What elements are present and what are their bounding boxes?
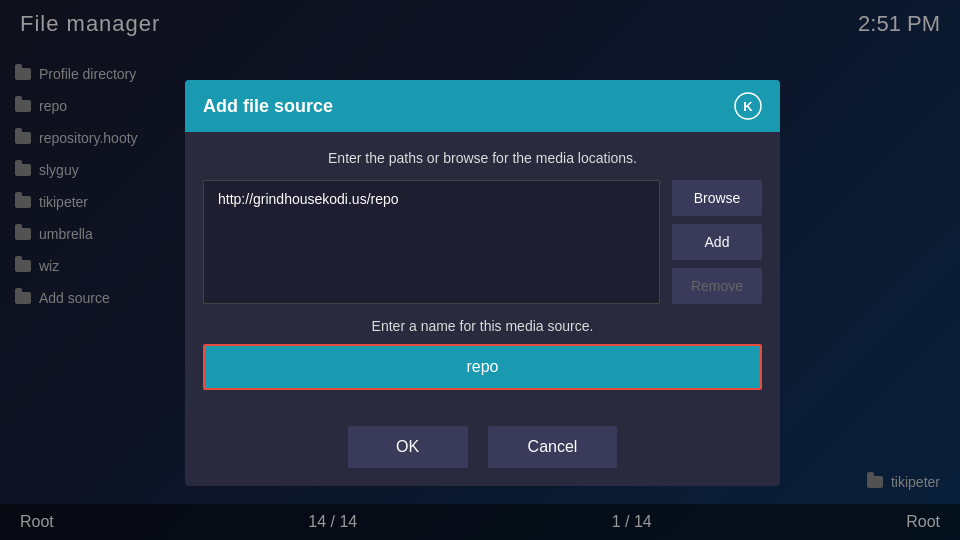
source-url: http://grindhousekodi.us/repo	[218, 191, 399, 207]
name-label: Enter a name for this media source.	[203, 318, 762, 334]
add-file-source-dialog: Add file source K Enter the paths or bro…	[185, 80, 780, 486]
dialog-footer: OK Cancel	[185, 426, 780, 486]
svg-text:K: K	[743, 99, 753, 114]
add-button[interactable]: Add	[672, 224, 762, 260]
source-input-area[interactable]: http://grindhousekodi.us/repo	[203, 180, 660, 304]
name-input-wrapper	[203, 344, 762, 390]
ok-button[interactable]: OK	[348, 426, 468, 468]
dialog-title: Add file source	[203, 96, 333, 117]
source-buttons: Browse Add Remove	[672, 180, 762, 304]
cancel-button[interactable]: Cancel	[488, 426, 618, 468]
browse-button[interactable]: Browse	[672, 180, 762, 216]
kodi-logo-icon: K	[734, 92, 762, 120]
source-row: http://grindhousekodi.us/repo Browse Add…	[203, 180, 762, 304]
dialog-body: Enter the paths or browse for the media …	[185, 132, 780, 426]
dialog-subtitle: Enter the paths or browse for the media …	[203, 150, 762, 166]
remove-button[interactable]: Remove	[672, 268, 762, 304]
name-input[interactable]	[203, 344, 762, 390]
dialog-header: Add file source K	[185, 80, 780, 132]
